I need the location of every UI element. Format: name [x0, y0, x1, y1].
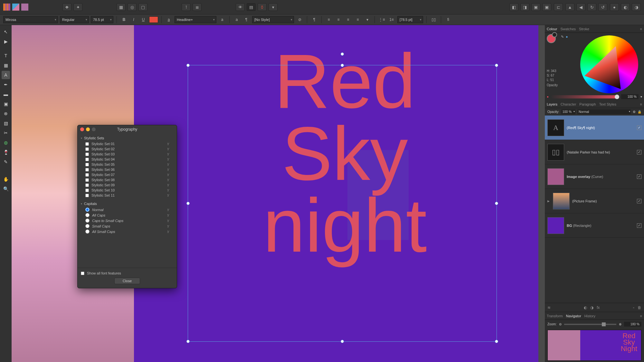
- typography-titlebar[interactable]: Typography: [78, 125, 177, 134]
- rotation-handle[interactable]: [341, 52, 344, 56]
- handle-bottom-right[interactable]: [495, 340, 498, 343]
- preview-button[interactable]: ◎: [128, 3, 137, 11]
- mask-icon[interactable]: ◐: [584, 305, 587, 310]
- transparency-tool[interactable]: 🍷: [2, 148, 10, 156]
- close-button[interactable]: Close: [114, 278, 140, 284]
- layer-row[interactable]: A (Red¶ Sky¶ night) ✓: [545, 116, 644, 140]
- flip-h-button[interactable]: ▲: [565, 3, 574, 11]
- typography-panel[interactable]: Typography Stylistic Sets Stylistic Set …: [77, 125, 177, 288]
- eyedropper-icon[interactable]: ✎: [561, 35, 564, 39]
- capitals-row[interactable]: All Small CapsY: [81, 229, 174, 234]
- pilcrow2-button[interactable]: ¶: [310, 16, 318, 23]
- persona-button[interactable]: ❖: [62, 3, 71, 11]
- stock-button[interactable]: ◐: [621, 3, 630, 11]
- rectangle-tool[interactable]: ▬: [2, 90, 10, 98]
- frame-text-tool[interactable]: T: [2, 51, 10, 60]
- char-style-button[interactable]: a: [165, 16, 173, 23]
- tab-layers[interactable]: Layers: [547, 102, 557, 106]
- table-tool[interactable]: ▦: [2, 61, 10, 70]
- colour-triangle[interactable]: [584, 40, 634, 89]
- handle-bottom-mid[interactable]: [341, 340, 344, 343]
- capitals-row[interactable]: Small CapsY: [81, 223, 174, 229]
- tab-navigator[interactable]: Navigator: [566, 314, 581, 318]
- lock-icon[interactable]: 🔒: [638, 110, 641, 114]
- number-list-button[interactable]: 1≡: [388, 16, 395, 23]
- char-a-button[interactable]: a: [218, 16, 226, 23]
- capitals-row[interactable]: Caps to Small CapsY: [81, 218, 174, 223]
- stylistic-set-row[interactable]: Stylistic Set 09Y: [81, 182, 174, 188]
- bold-button[interactable]: B: [120, 16, 128, 23]
- layer-opacity-dropdown[interactable]: 100 %: [561, 109, 575, 114]
- handle-top-right[interactable]: [495, 64, 498, 67]
- zoom-out-icon[interactable]: ⊖: [559, 322, 562, 326]
- artistic-text-tool[interactable]: A: [2, 71, 10, 79]
- stylistic-set-row[interactable]: Stylistic Set 10Y: [81, 188, 174, 193]
- view-mode-button[interactable]: ▦: [117, 3, 126, 11]
- stylistic-set-row[interactable]: Stylistic Set 06Y: [81, 167, 174, 172]
- eye-button[interactable]: 👁: [236, 3, 245, 11]
- font-weight-dropdown[interactable]: Regular: [60, 16, 89, 23]
- opacity-slider[interactable]: [551, 95, 619, 98]
- app-icon-designer[interactable]: [12, 4, 19, 11]
- picture-frame-tool[interactable]: ▣: [2, 100, 10, 108]
- tab-swatches[interactable]: Swatches: [560, 27, 576, 31]
- arrange-backward-button[interactable]: ▣: [531, 3, 540, 11]
- visibility-checkbox[interactable]: ✓: [637, 223, 641, 228]
- stylistic-set-row[interactable]: Stylistic Set 07Y: [81, 172, 174, 177]
- small-a-button[interactable]: a: [233, 16, 241, 23]
- fill-tool[interactable]: ◍: [2, 138, 10, 147]
- add-layer-icon[interactable]: ▫: [633, 305, 634, 310]
- layers-stack-icon[interactable]: ≋: [547, 305, 551, 310]
- canvas[interactable]: Red Sky night Natalie Parker has had her…: [12, 25, 545, 362]
- opacity-value[interactable]: 100 %: [621, 94, 639, 99]
- pilcrow-button[interactable]: ¶: [242, 16, 250, 23]
- app-icon-publisher[interactable]: [3, 4, 10, 11]
- selection-box[interactable]: [188, 65, 497, 342]
- layer-row[interactable]: Image overlay (Curve) ✓: [545, 164, 644, 189]
- align-panel-button[interactable]: ▤: [247, 3, 256, 11]
- align-right-text[interactable]: ≡: [344, 16, 352, 23]
- snapping-menu[interactable]: ▾: [269, 3, 278, 11]
- tab-stroke[interactable]: Stroke: [579, 27, 589, 31]
- panel-menu-icon[interactable]: ≡: [640, 27, 642, 31]
- tab-character[interactable]: Character: [561, 102, 576, 106]
- tab-text-styles[interactable]: Text Styles: [599, 102, 616, 106]
- crop-tool[interactable]: ✂: [2, 129, 10, 137]
- resource-button[interactable]: ●: [610, 3, 619, 11]
- clip-button[interactable]: ▢: [138, 3, 147, 11]
- node-tool[interactable]: ▶: [2, 37, 10, 46]
- ligature-button[interactable]: fi: [444, 16, 452, 23]
- bullet-list-button[interactable]: ⋮≡: [378, 16, 386, 23]
- text-color-swatch[interactable]: [149, 16, 158, 23]
- move-tool[interactable]: ↖: [2, 28, 10, 36]
- stylistic-set-row[interactable]: Stylistic Set 11Y: [81, 193, 174, 198]
- stylistic-set-row[interactable]: Stylistic Set 08Y: [81, 177, 174, 182]
- zoom-slider[interactable]: [564, 324, 616, 325]
- fill-stroke-selector[interactable]: [547, 34, 556, 43]
- expand-arrow-icon[interactable]: ▶: [547, 200, 550, 203]
- fx-icon[interactable]: fx: [597, 305, 600, 310]
- preflight-button[interactable]: ✦: [73, 3, 82, 11]
- navigator-preview[interactable]: Red Sky Night: [547, 330, 641, 361]
- flip-v-button[interactable]: ◀: [576, 3, 585, 11]
- pen-tool[interactable]: ✒: [2, 80, 10, 89]
- delete-layer-icon[interactable]: 🗑: [638, 305, 641, 310]
- opacity-menu-icon[interactable]: ▾: [640, 95, 642, 98]
- stylistic-set-row[interactable]: Stylistic Set 05Y: [81, 162, 174, 167]
- panel-menu-icon[interactable]: ≡: [640, 314, 642, 318]
- visibility-checkbox[interactable]: ✓: [637, 174, 641, 179]
- show-all-features-row[interactable]: Show all font features: [81, 271, 174, 276]
- stylistic-set-row[interactable]: Stylistic Set 04Y: [81, 157, 174, 162]
- handle-top-left[interactable]: [186, 64, 190, 67]
- align-center-text[interactable]: ≡: [335, 16, 342, 23]
- handle-mid-right[interactable]: [495, 202, 498, 205]
- blend-mode-dropdown[interactable]: Normal: [577, 109, 631, 114]
- arrange-front-button[interactable]: ◧: [509, 3, 518, 11]
- handle-mid-left[interactable]: [186, 202, 190, 205]
- layer-row[interactable]: ▶ (Picture Frame) ✓: [545, 189, 644, 213]
- visibility-checkbox[interactable]: ✓: [637, 199, 641, 203]
- adjustment-icon[interactable]: ◑: [590, 305, 593, 310]
- help-button[interactable]: ◑: [632, 3, 641, 11]
- tab-transform[interactable]: Transform: [547, 314, 563, 318]
- align-justify-text[interactable]: ≡: [354, 16, 362, 23]
